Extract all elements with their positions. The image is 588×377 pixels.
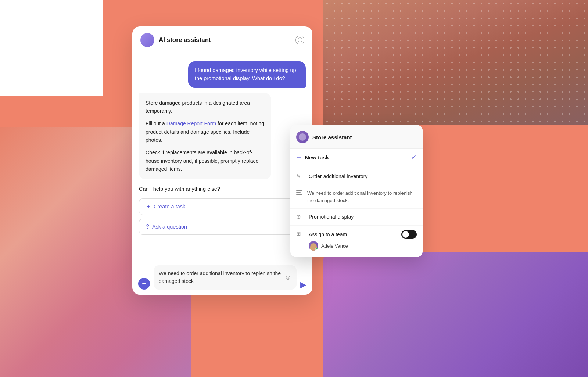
bg-bottom-right [323,252,588,377]
task-header-left: Store assistant [296,131,352,143]
chat-panel: AI store assistant ⓘ I found damaged inv… [132,26,312,295]
chat-messages: I found damaged inventory while setting … [132,54,312,260]
ai-para-2: Fill out a Damage Report Form for each i… [146,119,265,144]
task-panel: Store assistant ⋮ ← New task ✓ ✎ Order a… [290,125,423,257]
store-avatar [296,131,309,143]
helper-question: Can I help you with anything else? [139,184,220,193]
task-assign-field: ⊞ Assign to a team Adele Vance [290,226,423,255]
create-task-button[interactable]: ✦ Create a task [139,198,306,215]
send-button[interactable]: ▶ [300,280,306,290]
message-input-bubble[interactable]: We need to order additional inventory to… [154,265,297,290]
store-avatar-inner [299,133,306,141]
task-panel-title: Store assistant [312,134,352,140]
ai-para-3: Check if replacements are available in b… [146,148,265,173]
online-status-indicator [315,248,318,251]
create-task-label: Create a task [154,204,185,209]
chat-header: AI store assistant ⓘ [132,26,312,54]
chat-input-area: + We need to order additional inventory … [132,260,312,295]
assign-toggle[interactable] [401,230,417,239]
assign-toggle-row: Assign to a team [309,230,417,239]
back-button[interactable]: ← [296,154,302,161]
ask-question-button[interactable]: ? Ask a question [139,219,306,235]
assignee-name: Adele Vance [321,243,348,249]
dot-pattern [323,0,588,125]
bg-texture [323,0,588,125]
task-title-field: ✎ Order additional inventory [290,168,423,185]
pencil-icon: ✎ [296,173,304,180]
task-fields: ✎ Order additional inventory We need to … [290,166,423,257]
chat-header-left: AI store assistant [140,33,211,47]
confirm-task-button[interactable]: ✓ [411,153,417,161]
task-panel-header: Store assistant ⋮ [290,125,423,149]
task-location-field: ⊙ Promotional display [290,209,423,226]
toggle-knob [402,231,409,238]
location-icon: ⊙ [296,213,304,220]
ask-question-label: Ask a question [152,224,187,230]
task-nav-left: ← New task [296,154,329,161]
new-task-label: New task [305,154,329,161]
assign-label: Assign to a team [309,231,347,237]
assignee-row: Adele Vance [309,241,417,251]
create-task-icon: ✦ [146,203,151,210]
input-row: We need to order additional inventory to… [159,270,291,285]
bg-top-right [323,0,588,125]
ask-question-icon: ? [146,223,149,230]
task-menu-button[interactable]: ⋮ [410,133,417,141]
task-title-content: Order additional inventory [309,173,417,180]
task-location-value[interactable]: Promotional display [309,214,354,220]
emoji-button[interactable]: ☺ [285,273,291,283]
bg-top-left [0,0,103,96]
task-description-content: We need to order additional inventory to… [307,190,417,204]
ai-avatar [140,33,154,47]
attachment-button[interactable]: + [138,278,150,290]
task-location-content: Promotional display [309,213,417,221]
chat-title: AI store assistant [159,36,211,44]
assign-icon: ⊞ [296,230,304,237]
task-description-field: We need to order additional inventory to… [290,185,423,209]
ai-para-1: Store damaged products in a designated a… [146,99,265,115]
task-nav: ← New task ✓ [290,149,423,166]
task-description-value[interactable]: We need to order additional inventory to… [307,190,413,203]
task-assign-content: Assign to a team Adele Vance [309,230,417,251]
task-title-value[interactable]: Order additional inventory [309,173,368,179]
damage-report-link[interactable]: Damage Report Form [166,121,216,126]
user-message: I found damaged inventory while setting … [188,61,306,88]
info-icon[interactable]: ⓘ [295,36,304,44]
input-text: We need to order additional inventory to… [159,270,285,285]
assignee-avatar [309,241,318,251]
action-buttons: ✦ Create a task ? Ask a question [139,198,306,235]
ai-message: Store damaged products in a designated a… [139,93,271,179]
lines-icon [296,190,302,195]
